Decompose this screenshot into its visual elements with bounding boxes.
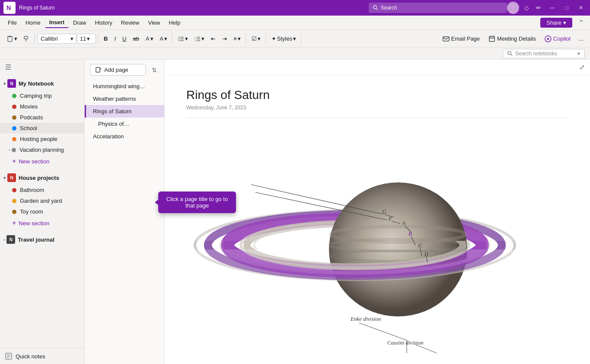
- share-button[interactable]: Share ▾: [540, 18, 572, 28]
- sidebar-item-toy-room[interactable]: Toy room: [0, 206, 84, 217]
- pages-panel: Add page ⇅ Hummingbird wing… Weather pat…: [85, 60, 165, 364]
- sidebar-item-podcasts[interactable]: Podcasts: [0, 112, 84, 123]
- svg-text:Enke division: Enke division: [350, 316, 381, 322]
- sidebar-item-vacation-planning[interactable]: › Vacation planning: [0, 144, 84, 155]
- more-options-button[interactable]: ...: [576, 34, 587, 44]
- bullet-list-chevron: ▾: [185, 35, 188, 42]
- page-item-rings-of-saturn[interactable]: Rings of Saturn: [85, 105, 164, 118]
- close-button[interactable]: ✕: [575, 3, 587, 13]
- add-page-icon: [96, 67, 102, 73]
- menu-draw[interactable]: Draw: [69, 18, 90, 28]
- collapse-ribbon-button[interactable]: ⌃: [576, 18, 587, 28]
- bullet-list-icon: [178, 36, 184, 42]
- menu-file[interactable]: File: [3, 18, 21, 28]
- highlight-button[interactable]: A ▾: [143, 34, 156, 44]
- styles-icon: ✦: [271, 35, 276, 42]
- bullet-list-button[interactable]: ▾: [175, 34, 191, 44]
- notebook-search-placeholder: Search notebooks: [515, 51, 557, 57]
- maximize-button[interactable]: □: [562, 3, 572, 13]
- menu-review[interactable]: Review: [117, 18, 144, 28]
- expand-button[interactable]: ⤢: [579, 63, 585, 71]
- travel-journal-header[interactable]: › N Travel journal: [0, 233, 84, 246]
- house-projects-new-section[interactable]: + New section: [0, 217, 84, 229]
- sidebar-item-garden-yard[interactable]: Garden and yard: [0, 195, 84, 206]
- my-notebook-icon: N: [7, 79, 16, 88]
- global-search[interactable]: Search: [369, 3, 507, 13]
- notebook-search-icon: [507, 51, 513, 56]
- decrease-indent-button[interactable]: ⇤: [208, 34, 219, 44]
- svg-point-4: [509, 10, 517, 14]
- clipboard-icon: [6, 35, 13, 42]
- travel-journal-icon: N: [6, 235, 15, 244]
- svg-rect-6: [9, 36, 11, 37]
- clipboard-button[interactable]: ▾: [3, 34, 20, 44]
- menu-home[interactable]: Home: [21, 18, 45, 28]
- hamburger-menu[interactable]: ☰: [0, 60, 84, 75]
- title-bar: N Rings of Saturn Search ◇ ✏ — □ ✕: [0, 0, 590, 16]
- meeting-details-icon: [488, 35, 495, 42]
- camping-trip-dot: [12, 94, 16, 98]
- meeting-details-button[interactable]: Meeting Details: [485, 34, 539, 44]
- strikethrough-button[interactable]: ab: [130, 34, 142, 44]
- svg-text:F: F: [388, 215, 392, 222]
- notebook-search-chevron[interactable]: ▾: [577, 51, 580, 57]
- menu-view[interactable]: View: [144, 18, 164, 28]
- window-controls: ◇ ✏ — □ ✕: [507, 2, 587, 14]
- format-painter-button[interactable]: [21, 34, 33, 44]
- house-projects-header[interactable]: ▾ N House projects: [0, 171, 84, 185]
- tooltip-text: Click a page title to go to that page: [166, 196, 228, 209]
- svg-point-1: [373, 6, 377, 9]
- user-avatar[interactable]: [507, 2, 519, 14]
- my-notebook-header[interactable]: ▾ N My Notebook: [0, 77, 84, 90]
- font-size-selector[interactable]: 11 ▾: [77, 34, 96, 44]
- menu-help[interactable]: Help: [164, 18, 185, 28]
- underline-button[interactable]: U: [119, 34, 129, 44]
- menu-history[interactable]: History: [90, 18, 116, 28]
- page-date: Wednesday, June 7, 2023: [186, 105, 568, 118]
- sort-pages-button[interactable]: ⇅: [150, 64, 159, 76]
- content-body: Rings of Saturn Wednesday, June 7, 2023: [165, 75, 590, 364]
- sidebar-item-bathroom[interactable]: Bathroom: [0, 185, 84, 195]
- add-page-button[interactable]: Add page: [90, 64, 146, 76]
- sidebar-item-camping-trip[interactable]: Camping trip: [0, 90, 84, 101]
- page-item-hummingbird[interactable]: Hummingbird wing…: [85, 80, 164, 93]
- font-name-chevron: ▾: [70, 35, 73, 42]
- notebook-search[interactable]: Search notebooks ▾: [503, 49, 585, 58]
- menu-insert[interactable]: Insert: [45, 17, 69, 28]
- svg-line-74: [415, 345, 437, 353]
- svg-text:3.: 3.: [195, 39, 196, 42]
- new-section-label: New section: [19, 158, 49, 165]
- diamond-icon[interactable]: ◇: [523, 3, 531, 13]
- font-group: Callibri ▾ 11 ▾: [38, 34, 98, 44]
- font-color-button[interactable]: A ▾: [157, 34, 171, 44]
- email-page-button[interactable]: Email Page: [439, 34, 483, 44]
- quick-notes-link[interactable]: Quick notes: [0, 348, 84, 364]
- svg-point-13: [179, 40, 179, 41]
- search-placeholder: Search: [381, 5, 397, 11]
- minimize-button[interactable]: —: [546, 3, 558, 13]
- styles-button[interactable]: ✦ Styles ▾: [268, 34, 299, 44]
- sidebar-item-movies[interactable]: Movies: [0, 101, 84, 112]
- font-name-selector[interactable]: Callibri ▾: [38, 34, 77, 44]
- align-button[interactable]: ≡ ▾: [230, 34, 244, 44]
- new-section-plus-icon: +: [12, 157, 16, 165]
- copilot-button[interactable]: Copilot: [541, 34, 574, 44]
- my-notebook-new-section[interactable]: + New section: [0, 155, 84, 167]
- sidebar-item-school[interactable]: School: [0, 123, 84, 134]
- svg-line-28: [511, 54, 513, 56]
- page-item-accelaration[interactable]: Accelaration: [85, 130, 164, 143]
- garden-yard-dot: [12, 199, 16, 203]
- page-item-physics[interactable]: Physics of…: [85, 118, 164, 130]
- pen-icon[interactable]: ✏: [534, 3, 543, 13]
- italic-button[interactable]: I: [111, 34, 119, 44]
- bold-button[interactable]: B: [101, 34, 111, 44]
- svg-text:A: A: [402, 220, 405, 226]
- numbered-list-button[interactable]: 1.2.3. ▾: [191, 34, 207, 44]
- checkbox-button[interactable]: ☑ ▾: [249, 34, 264, 44]
- numbered-list-chevron: ▾: [201, 35, 204, 42]
- saturn-svg: G F A B /C D: [186, 128, 523, 353]
- sidebar-item-hosting-people[interactable]: Hosting people: [0, 134, 84, 144]
- page-item-weather-patterns[interactable]: Weather patterns: [85, 93, 164, 105]
- increase-indent-button[interactable]: ⇥: [219, 34, 230, 44]
- toy-room-label: Toy room: [20, 208, 43, 215]
